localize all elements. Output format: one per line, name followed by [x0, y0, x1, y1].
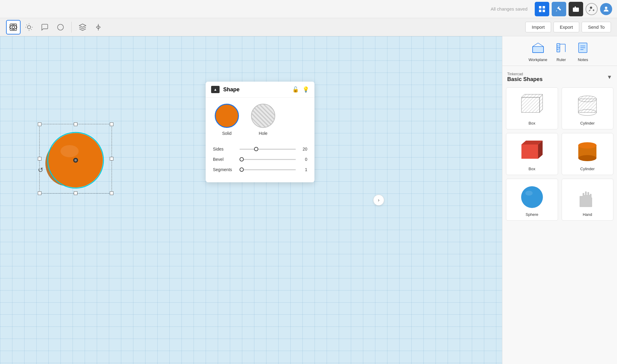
collapse-panel-button[interactable]: ›: [373, 195, 384, 206]
hand-preview: [571, 183, 604, 210]
shape-card-orange-cylinder[interactable]: Cylinder: [562, 133, 614, 175]
shape-name-box2: Box: [529, 167, 535, 171]
layers-tool[interactable]: [75, 20, 90, 34]
shape-type-row: Solid Hole: [206, 98, 315, 142]
segments-slider[interactable]: [240, 169, 296, 170]
sides-label: Sides: [213, 147, 237, 151]
solid-label: Solid: [222, 131, 231, 136]
shape-name-cylinder1: Cylinder: [580, 121, 595, 125]
bevel-row: Bevel 0: [213, 157, 307, 162]
panel-title: Shape: [223, 86, 289, 93]
hole-type[interactable]: Hole: [251, 104, 275, 136]
workplane-icon: [530, 40, 546, 56]
saved-status: All changes saved: [491, 6, 527, 11]
mirror-tool[interactable]: [91, 20, 106, 34]
tinkercad-label: Tinkercad: [507, 72, 543, 76]
svg-point-54: [578, 155, 596, 161]
panel-tools: Workplane Ruler: [502, 36, 617, 66]
send-to-button[interactable]: Send To: [582, 22, 611, 32]
shape-panel: ▲ Shape 🔓 💡 Solid Hole Sides: [206, 82, 315, 182]
solid-type[interactable]: Solid: [215, 104, 239, 136]
sides-slider[interactable]: [240, 149, 296, 150]
svg-rect-25: [533, 47, 544, 53]
bevel-slider[interactable]: [240, 159, 296, 160]
shapes-grid: Box Cylinder: [506, 87, 613, 221]
sides-value: 20: [298, 147, 307, 151]
add-user-button[interactable]: [586, 3, 598, 15]
orange-cylinder-preview: [571, 137, 604, 164]
collapse-button[interactable]: ▲: [211, 86, 220, 93]
shape-card-wireframe-box[interactable]: Box: [506, 87, 558, 129]
svg-line-26: [533, 43, 538, 47]
red-box-preview: [515, 137, 549, 164]
grid-button[interactable]: [535, 2, 549, 16]
shape-card-red-box[interactable]: Box: [506, 133, 558, 175]
avatar[interactable]: [600, 3, 612, 15]
bevel-label: Bevel: [213, 157, 237, 162]
shape-card-sphere[interactable]: Sphere: [506, 179, 558, 221]
svg-point-24: [74, 159, 77, 161]
workplane-label: Workplane: [529, 57, 547, 62]
panel-header: ▲ Shape 🔓 💡: [206, 82, 315, 98]
shape-card-wireframe-cylinder[interactable]: Cylinder: [562, 87, 614, 129]
svg-marker-42: [521, 94, 543, 97]
segments-label: Segments: [213, 167, 237, 172]
canvas-area[interactable]: ↺ › ▲ Shape 🔓: [0, 36, 502, 364]
view-tool[interactable]: [6, 20, 21, 34]
svg-rect-2: [539, 10, 541, 12]
notes-label: Notes: [578, 57, 588, 62]
bevel-value: 0: [298, 157, 307, 162]
import-button[interactable]: Import: [525, 22, 551, 32]
wireframe-cylinder-preview: [571, 91, 604, 119]
svg-rect-51: [521, 145, 538, 159]
library-header: Tinkercad Basic Shapes ▼: [506, 70, 613, 85]
sphere-preview: [515, 183, 549, 210]
hole-label: Hole: [259, 131, 268, 136]
lock-icon[interactable]: 🔓: [292, 86, 299, 93]
svg-line-13: [27, 24, 27, 25]
notes-icon: [575, 40, 591, 56]
svg-point-8: [12, 26, 15, 28]
svg-point-56: [521, 186, 543, 208]
solid-preview[interactable]: [215, 104, 239, 128]
3d-shape[interactable]: [41, 125, 110, 192]
shapes-library: Tinkercad Basic Shapes ▼: [502, 66, 617, 364]
shape-name-hand: Hand: [583, 212, 592, 217]
light-tool[interactable]: [22, 20, 36, 34]
briefcase-button[interactable]: [569, 2, 583, 16]
workplane-tool[interactable]: Workplane: [529, 40, 547, 62]
separator: [71, 22, 72, 33]
svg-point-7: [605, 7, 607, 9]
hammer-button[interactable]: [552, 2, 566, 16]
svg-point-6: [590, 6, 592, 8]
svg-point-57: [525, 191, 533, 196]
basic-shapes-title: Basic Shapes: [507, 76, 543, 83]
shape-tool[interactable]: [53, 20, 68, 34]
svg-point-10: [28, 25, 31, 29]
svg-rect-1: [543, 6, 545, 8]
ruler-tool[interactable]: Ruler: [553, 40, 569, 62]
svg-line-27: [538, 43, 544, 47]
toolbar: Import Export Send To: [0, 18, 617, 36]
ruler-icon: [553, 40, 569, 56]
library-meta: Tinkercad Basic Shapes: [507, 72, 543, 83]
shape-card-hand[interactable]: Hand: [562, 179, 614, 221]
right-buttons: Import Export Send To: [525, 22, 611, 32]
comment-tool[interactable]: [38, 20, 52, 34]
svg-rect-44: [521, 97, 540, 112]
shape-name-cylinder2: Cylinder: [580, 167, 595, 171]
library-dropdown[interactable]: ▼: [607, 74, 612, 80]
svg-rect-5: [575, 9, 576, 10]
shape-name-sphere: Sphere: [526, 212, 538, 217]
svg-rect-3: [543, 10, 545, 12]
shape-name-box1: Box: [529, 121, 535, 125]
sides-row: Sides 20: [213, 147, 307, 151]
main-content: ↺ › ▲ Shape 🔓: [0, 36, 617, 364]
right-panel: Workplane Ruler: [502, 36, 617, 364]
segments-value: 1: [298, 167, 307, 172]
hole-preview[interactable]: [251, 104, 275, 128]
light-icon[interactable]: 💡: [302, 86, 309, 93]
export-button[interactable]: Export: [553, 22, 579, 32]
notes-tool[interactable]: Notes: [575, 40, 591, 62]
svg-marker-43: [540, 94, 543, 112]
